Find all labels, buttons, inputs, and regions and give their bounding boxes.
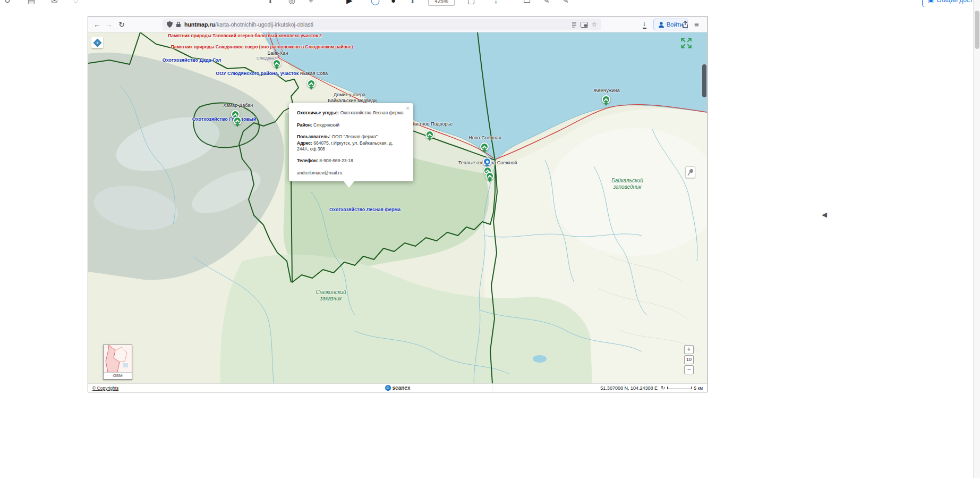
pen-icon[interactable]: ✎ (543, 0, 550, 5)
popup-field: Адрес: 664075, г.Иркутск, ул. Байкальска… (297, 140, 405, 152)
ring-blue-icon[interactable]: ◯ (371, 0, 380, 5)
popup-field: Охотничье угодье: Охотхозяйство Лесная ф… (297, 110, 405, 116)
attribution-right-group: 51.307008 N, 104.24308 E ↻ 5 км (600, 385, 703, 391)
cursor-icon[interactable]: ▶ (346, 0, 353, 5)
popup-field: Телефон: 8-908-669-23-18 (297, 158, 405, 164)
collapse-panel-arrow[interactable]: ◀ (822, 211, 827, 219)
hunting-ground-marker[interactable] (485, 172, 494, 180)
arrow-down-icon[interactable]: ↓ (494, 0, 498, 5)
coordinates-readout: 51.307008 N, 104.24308 E (600, 385, 658, 391)
url-bar[interactable]: huntmap.ru/karta-ohotnichih-ugodij-irkut… (163, 19, 601, 30)
forward-button[interactable]: → (103, 16, 115, 32)
layers-icon (93, 38, 101, 47)
scanex-logo[interactable]: C scanex (385, 385, 411, 391)
scanex-label: scanex (393, 385, 411, 391)
url-text[interactable]: huntmap.ru/karta-ohotnichih-ugodij-irkut… (184, 21, 568, 28)
map-attribution-bar: © Copyrights C scanex 51.307008 N, 104.2… (88, 383, 707, 392)
shield-icon[interactable] (167, 21, 173, 28)
popup-field: Район: Слюдянский (297, 122, 405, 128)
info2-icon[interactable]: ℹ (411, 0, 414, 5)
bookmark-star-icon[interactable]: ☆ (591, 21, 597, 28)
pin-button[interactable] (685, 166, 695, 178)
map-viewport[interactable]: Памятник природы Таловский озерно-болотн… (88, 32, 707, 392)
hunting-ground-marker[interactable] (307, 79, 316, 88)
undo-icon[interactable]: ↺ (4, 0, 11, 5)
scale-label: 5 км (694, 385, 703, 391)
copyrights-link[interactable]: © Copyrights (92, 385, 118, 391)
expand-arrows-icon (680, 37, 693, 49)
menu-icon[interactable]: ≡ (694, 16, 699, 32)
popup-tail (344, 181, 354, 193)
account-icon (658, 21, 664, 28)
highlighter-icon[interactable]: ✎ (562, 0, 569, 5)
scrollbar-thumb[interactable] (975, 11, 979, 49)
url-domain: huntmap.ru (184, 21, 215, 28)
share-access-icon: ▣ (928, 0, 934, 4)
minimap-layer-label[interactable]: OSM (104, 372, 132, 379)
share-access-button[interactable]: ▣ Общий дост (922, 0, 978, 7)
browser-window: ← → ↻ huntmap.ru/karta-ohotnichih-ugodij… (88, 16, 708, 392)
selected-marker[interactable] (483, 157, 491, 166)
app-zoom-select[interactable]: 425% (428, 0, 455, 6)
print-icon[interactable]: ▤ (28, 0, 35, 5)
login-label: Войти (667, 21, 683, 28)
browser-scrollbar-thumb[interactable] (702, 64, 706, 97)
browser-toolbar: ← → ↻ huntmap.ru/karta-ohotnichih-ugodij… (88, 16, 707, 32)
app-toolbar: 425% ▣ Общий дост ↺▤✉◌ℹ◎+▶◯●ℹ▢↓▭✎✎ (0, 0, 980, 7)
zoom-in-button[interactable]: + (684, 345, 694, 354)
popup-close-button[interactable]: × (405, 104, 410, 112)
downloads-icon[interactable]: ↓ (643, 20, 646, 29)
zoom-level-value: 10 (684, 355, 694, 364)
reload-button[interactable]: ↻ (116, 16, 127, 32)
url-path: /karta-ohotnichih-ugodij-irkutskoj-oblas… (215, 21, 313, 28)
lock-icon[interactable] (176, 21, 181, 28)
map-popup: × Охотничье угодье: Охотхозяйство Лесная… (289, 103, 413, 181)
hunting-ground-marker[interactable] (272, 59, 281, 68)
zoom-out-button[interactable]: − (684, 365, 694, 374)
fullscreen-button[interactable] (680, 37, 693, 49)
picture-in-picture-icon[interactable] (581, 22, 588, 28)
target-icon[interactable]: ◎ (288, 0, 295, 5)
refresh-icon[interactable]: ↻ (661, 385, 665, 391)
hunting-ground-marker[interactable] (425, 130, 434, 139)
popup-body: Охотничье угодье: Охотхозяйство Лесная ф… (289, 103, 413, 186)
hunting-ground-marker[interactable] (602, 95, 610, 104)
app-scrollbar[interactable] (973, 0, 980, 478)
dot-dark-icon[interactable]: ● (391, 0, 396, 5)
minimap[interactable]: OSM (103, 345, 132, 380)
back-button[interactable]: ← (91, 16, 103, 32)
scanex-icon: C (385, 385, 391, 391)
hunting-ground-marker[interactable] (480, 142, 489, 151)
mail-icon[interactable]: ✉ (51, 0, 58, 5)
page-share-icon[interactable] (682, 21, 688, 30)
map-markers-layer (88, 32, 707, 392)
scale-bar (667, 387, 692, 389)
share-access-label: Общий дост (936, 0, 973, 4)
hunting-ground-marker[interactable] (233, 116, 242, 125)
layers-button[interactable] (91, 37, 103, 48)
minimap-image (104, 345, 132, 372)
popup-field: andreilomaev@mail.ru (297, 170, 405, 176)
search-icon[interactable]: ◌ (73, 0, 78, 5)
add-icon[interactable]: + (309, 0, 313, 5)
crop-icon[interactable]: ▢ (467, 0, 475, 5)
pushpin-icon (687, 168, 694, 177)
info-icon[interactable]: ℹ (269, 0, 272, 5)
zoom-control: + 10 − (684, 345, 694, 375)
comment-icon[interactable]: ▭ (523, 0, 531, 5)
popup-field: Пользователь: ООО "Лесная ферма" (297, 134, 405, 140)
reader-mode-icon[interactable] (571, 21, 577, 28)
